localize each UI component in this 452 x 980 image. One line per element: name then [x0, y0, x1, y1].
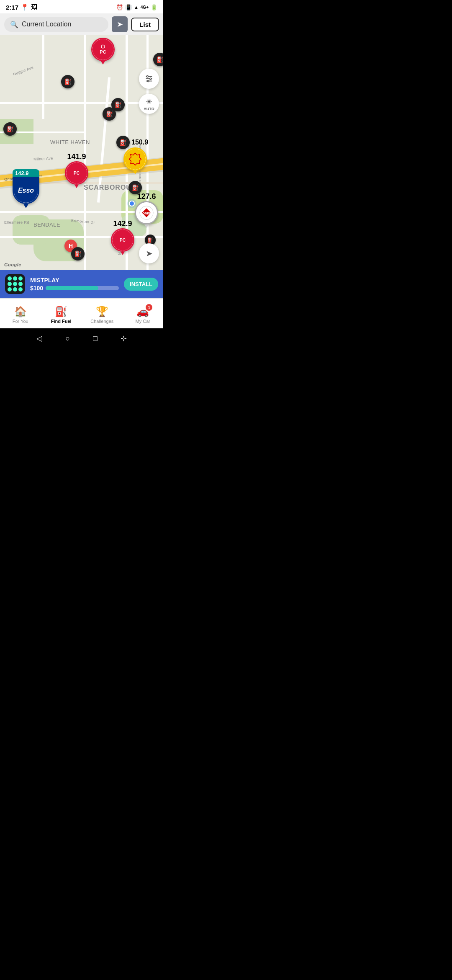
mistplay-icon [5, 274, 25, 294]
my-car-badge: 1 [146, 304, 152, 311]
station-pioneer-1[interactable]: 127.6 PIONEER [135, 192, 158, 228]
station-fuel-dark-5[interactable]: ⛽ [3, 122, 17, 136]
system-nav-bar: ◁ ○ □ ⊹ [0, 328, 163, 348]
accessibility-button[interactable]: ⊹ [121, 334, 127, 343]
price-150-9: 150.9 [131, 139, 148, 146]
user-location-dot [129, 201, 135, 206]
fuel-nav-icon: ⛽ [55, 306, 67, 317]
ad-progress-wrap: $100 [30, 285, 119, 291]
map-area[interactable]: WHITE HAVEN SCARBOROUGH BENDALE 401 Onta… [0, 35, 163, 270]
vibrate-icon: 📳 [125, 4, 132, 10]
auto-label: AUTO [144, 107, 154, 111]
shell-logo [125, 149, 146, 170]
nav-challenges-label: Challenges [90, 319, 113, 324]
recents-button[interactable]: □ [93, 334, 98, 343]
fuel-pump-icon-7: ⛽ [147, 237, 153, 243]
ad-title: MISTPLAY [30, 277, 119, 284]
pin-tail-petro2 [74, 185, 79, 188]
4g-icon: 4G+ [141, 5, 149, 10]
google-watermark: Google [4, 262, 21, 267]
fuel-pump-icon-150: ⛽ [120, 139, 127, 146]
esso-logo-text: Esso [18, 187, 34, 194]
price-141-9: 141.9 [67, 152, 86, 161]
fuel-pump-icon-1: ⛽ [157, 56, 164, 63]
petro-canada-logo-1: ⬡PC [100, 44, 106, 55]
ellesmere-rd-label: Ellesmere Rd [4, 220, 29, 224]
status-bar: 2:17 📍 🖼 ⏰ 📳 ▲ 4G+ 🔋 [0, 0, 163, 13]
station-shell-1[interactable] [123, 147, 147, 174]
station-fuel-dark-1[interactable]: ⛽ [153, 53, 163, 66]
svg-text:PIONEER: PIONEER [140, 211, 154, 215]
svg-point-8 [147, 80, 149, 82]
street-horizontal-4 [0, 236, 163, 238]
filter-control[interactable] [139, 69, 159, 89]
svg-marker-0 [129, 153, 141, 165]
battery-icon: 🔋 [151, 4, 157, 10]
trophy-icon: 🏆 [96, 306, 108, 317]
auto-icon: ☀ [146, 97, 152, 106]
list-button[interactable]: List [131, 18, 159, 31]
station-fuel-dark-4[interactable]: ⛽ [103, 107, 116, 121]
station-esso-1[interactable]: 142.9 Esso [13, 169, 39, 208]
pin-tail-esso [23, 204, 28, 208]
fuel-pump-icon-6: ⛽ [132, 184, 139, 191]
search-text: Current Location [22, 21, 71, 28]
green-area-4 [13, 215, 50, 245]
station-petro-canada-1[interactable]: ⬡PC [91, 38, 115, 64]
install-button[interactable]: INSTALL [124, 278, 158, 291]
nav-challenges[interactable]: 🏆 Challenges [82, 299, 123, 328]
station-petro-canada-3[interactable]: 142.9 PC [111, 219, 134, 255]
directions-button[interactable]: ➤ [112, 16, 128, 32]
directions-icon: ➤ [117, 20, 123, 29]
nav-my-car[interactable]: 🚗 1 My Car [123, 299, 164, 328]
location-status-icon: 📍 [21, 3, 29, 11]
pin-tail-shell [133, 171, 137, 174]
pin-tail-pioneer [144, 224, 149, 228]
search-bar: 🔍 Current Location ➤ List [0, 13, 163, 35]
pin-tail [101, 61, 105, 64]
nav-find-fuel-label: Find Fuel [51, 319, 72, 324]
svg-point-7 [150, 78, 152, 80]
location-control[interactable]: ➤ [139, 243, 159, 263]
price-127-6: 127.6 [137, 192, 156, 201]
price-142-9-bottom: 142.9 [113, 219, 132, 228]
signal-icon: ▲ [134, 5, 139, 10]
whitehaven-label: WHITE HAVEN [50, 139, 90, 145]
nav-for-you-label: For You [13, 319, 28, 324]
bendale-label: BENDALE [33, 222, 60, 228]
nav-for-you[interactable]: 🏠 For You [0, 299, 41, 328]
search-input-wrap[interactable]: 🔍 Current Location [4, 17, 108, 32]
pin-tail-petro3 [121, 252, 125, 255]
station-fuel-dark-2[interactable]: ⛽ [61, 75, 74, 88]
fuel-pump-icon-3: ⛽ [115, 101, 122, 108]
back-button[interactable]: ◁ [36, 334, 42, 343]
auto-control[interactable]: ☀ AUTO [139, 94, 159, 114]
fuel-pump-icon-8: ⛽ [74, 250, 82, 257]
fuel-pump-icon-5: ⛽ [7, 126, 14, 132]
nav-my-car-label: My Car [136, 319, 150, 324]
street-vertical-1 [42, 35, 44, 119]
fuel-pump-icon-2: ⛽ [64, 78, 72, 85]
home-icon: 🏠 [14, 306, 27, 317]
ad-amount: $100 [30, 285, 43, 291]
alarm-icon: ⏰ [116, 4, 123, 10]
hotel-icon: H [69, 242, 73, 249]
ad-content: MISTPLAY $100 [30, 277, 119, 291]
ad-banner[interactable]: MISTPLAY $100 INSTALL [0, 270, 163, 298]
home-button[interactable]: ○ [65, 334, 70, 343]
svg-point-6 [147, 76, 149, 77]
station-fuel-dark-8[interactable]: ⛽ [71, 247, 85, 260]
compass-icon: ➤ [146, 248, 153, 258]
nav-find-fuel[interactable]: ⛽ Find Fuel [41, 299, 82, 328]
status-time: 2:17 [6, 4, 18, 11]
bottom-nav: 🏠 For You ⛽ Find Fuel 🏆 Challenges 🚗 1 M… [0, 298, 163, 328]
search-icon: 🔍 [10, 21, 18, 28]
gallery-status-icon: 🖼 [31, 3, 38, 11]
ad-progress-fill [46, 286, 98, 290]
esso-price-banner: 142.9 [13, 169, 39, 177]
fuel-pump-icon-4: ⛽ [106, 111, 113, 117]
station-petro-canada-2[interactable]: 141.9 PC [65, 152, 88, 188]
ad-progress-bar [46, 286, 119, 290]
